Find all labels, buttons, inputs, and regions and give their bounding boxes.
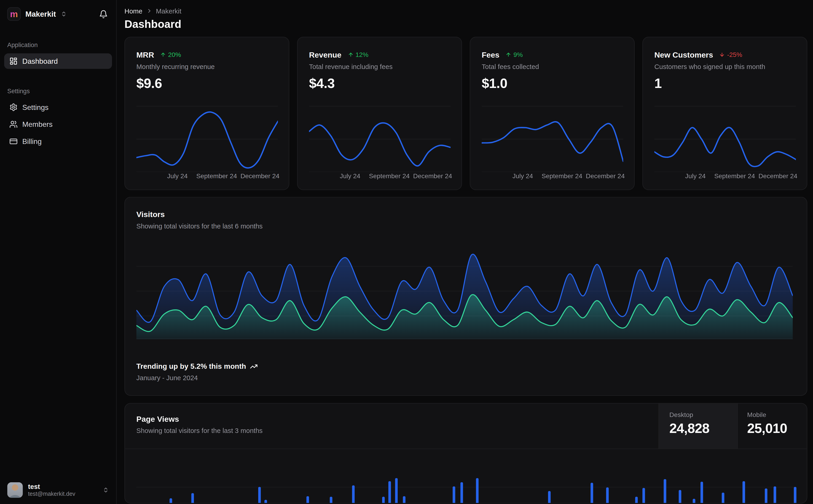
page-views-title: Page Views xyxy=(136,414,647,423)
bar xyxy=(701,482,703,503)
bar xyxy=(453,486,455,503)
gridline xyxy=(136,487,796,487)
chevron-right-icon xyxy=(146,8,152,14)
stat-description: Monthly recurring revenue xyxy=(136,63,278,70)
stat-description: Total fees collected xyxy=(482,63,623,70)
user-name: test xyxy=(28,483,75,491)
breadcrumb-makerkit[interactable]: Makerkit xyxy=(156,7,181,15)
stat-title: New Customers xyxy=(654,50,713,59)
stat-description: Customers who signed up this month xyxy=(654,63,795,70)
x-label: July 24 xyxy=(167,172,188,180)
x-label: July 24 xyxy=(512,172,533,180)
bar xyxy=(169,498,172,503)
sparkline-x-labels: July 24 September 24 December 24 xyxy=(482,172,623,181)
visitors-date-range: January - June 2024 xyxy=(136,374,258,382)
page-views-description: Showing total visitors for the last 3 mo… xyxy=(136,427,647,435)
logo-letter: m xyxy=(10,10,18,19)
bar xyxy=(330,497,332,503)
user-avatar xyxy=(7,482,23,498)
sidebar-section-application: Application xyxy=(7,41,109,49)
bar xyxy=(258,487,261,503)
arrow-down-icon xyxy=(719,52,725,58)
sidebar-item-members[interactable]: Members xyxy=(4,117,112,132)
trend-percent: 20% xyxy=(168,51,181,58)
sparkline-chart xyxy=(482,96,623,172)
bar xyxy=(307,496,309,503)
visitors-title: Visitors xyxy=(136,210,795,219)
trend-badge: 9% xyxy=(506,51,523,58)
bar xyxy=(548,491,550,503)
bar xyxy=(765,488,767,503)
sidebar-item-billing[interactable]: Billing xyxy=(4,134,112,149)
sidebar-header: m Makerkit xyxy=(7,7,109,21)
sidebar-item-settings[interactable]: Settings xyxy=(4,99,112,115)
stat-title: Fees xyxy=(482,50,499,59)
workspace-name: Makerkit xyxy=(25,10,56,18)
trend-percent: 9% xyxy=(513,51,523,58)
x-label: July 24 xyxy=(340,172,360,180)
chevrons-up-down-icon xyxy=(103,487,109,493)
stat-value: $4.3 xyxy=(309,76,450,92)
sidebar-item-dashboard[interactable]: Dashboard xyxy=(4,53,112,69)
bar xyxy=(743,481,745,503)
bar xyxy=(794,487,796,503)
trend-badge: -25% xyxy=(719,51,742,58)
notifications-button[interactable] xyxy=(98,8,109,19)
toggle-mobile-label: Mobile xyxy=(747,411,807,419)
sidebar-item-label: Dashboard xyxy=(22,57,58,65)
page-title: Dashboard xyxy=(124,18,807,30)
x-label: September 24 xyxy=(196,172,237,180)
gear-icon xyxy=(9,103,18,111)
visitors-card: Visitors Showing total visitors for the … xyxy=(124,197,807,396)
bar xyxy=(382,497,385,503)
visitors-footer: Trending up by 5.2% this month January -… xyxy=(136,362,258,382)
x-label: September 24 xyxy=(541,172,582,180)
visitors-description: Showing total visitors for the last 6 mo… xyxy=(136,222,795,230)
trend-percent: -25% xyxy=(727,51,742,58)
bar xyxy=(388,481,391,503)
x-label: September 24 xyxy=(714,172,755,180)
x-label: December 24 xyxy=(586,172,625,180)
arrow-up-icon xyxy=(506,52,511,58)
workspace-selector[interactable]: m Makerkit xyxy=(7,7,67,21)
sparkline-x-labels: July 24 September 24 December 24 xyxy=(136,172,278,181)
sparkline-x-labels: July 24 September 24 December 24 xyxy=(309,172,450,181)
user-menu[interactable]: test test@makerkit.dev xyxy=(7,482,109,498)
bar xyxy=(722,493,724,503)
visitors-area-chart xyxy=(136,238,793,339)
main-content: Home Makerkit Dashboard MRR 20% Monthly … xyxy=(117,0,813,504)
bar xyxy=(352,485,355,503)
stat-cards-row: MRR 20% Monthly recurring revenue $9.6 J… xyxy=(124,37,807,190)
sparkline-x-labels: July 24 September 24 December 24 xyxy=(654,172,796,181)
user-email: test@makerkit.dev xyxy=(28,491,75,498)
bar xyxy=(679,490,681,503)
x-label: December 24 xyxy=(413,172,452,180)
stat-card-revenue: Revenue 12% Total revenue including fees… xyxy=(297,37,462,190)
toggle-desktop-label: Desktop xyxy=(669,411,737,419)
app-viewport: m Makerkit Application Dashboard Setting… xyxy=(0,0,813,504)
bar xyxy=(264,500,267,503)
breadcrumb: Home Makerkit xyxy=(124,7,807,15)
bar xyxy=(191,493,194,503)
arrow-up-icon xyxy=(348,52,353,58)
sidebar-item-label: Members xyxy=(22,120,52,128)
bar xyxy=(590,483,593,503)
stat-card-fees: Fees 9% Total fees collected $1.0 July 2… xyxy=(470,37,635,190)
stat-card-mrr: MRR 20% Monthly recurring revenue $9.6 J… xyxy=(124,37,289,190)
makerkit-logo: m xyxy=(7,7,21,21)
page-views-bar-chart xyxy=(136,448,796,503)
user-meta: test test@makerkit.dev xyxy=(28,483,75,497)
layout-dashboard-icon xyxy=(9,57,18,65)
toggle-mobile[interactable]: Mobile 25,010 xyxy=(737,403,807,448)
sidebar-item-label: Billing xyxy=(22,137,42,146)
stat-card-new-customers: New Customers -25% Customers who signed … xyxy=(643,37,807,190)
stat-value: 1 xyxy=(654,76,795,92)
trend-percent: 12% xyxy=(355,51,368,58)
breadcrumb-home[interactable]: Home xyxy=(124,7,142,15)
toggle-desktop[interactable]: Desktop 24,828 xyxy=(659,403,737,448)
bar xyxy=(460,482,463,503)
bar xyxy=(693,499,695,503)
page-views-header: Page Views Showing total visitors for th… xyxy=(125,403,807,449)
bar xyxy=(606,487,608,503)
arrow-up-icon xyxy=(160,52,166,58)
